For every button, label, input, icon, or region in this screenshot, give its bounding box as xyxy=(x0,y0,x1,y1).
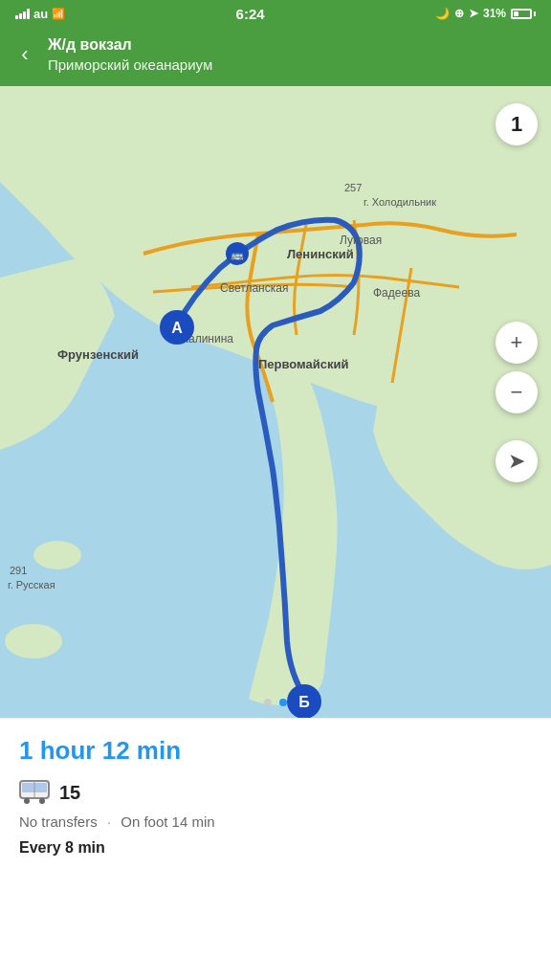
signal-icon xyxy=(15,8,30,19)
map-view[interactable]: 257 г. Холодильник Ленинский Луговая Све… xyxy=(0,86,551,718)
svg-text:257: 257 xyxy=(344,182,362,193)
svg-text:Б: Б xyxy=(298,694,310,710)
status-bar: au 📶 6:24 🌙 ⊕ ➤ 31% xyxy=(0,0,551,27)
at-icon: ⊕ xyxy=(454,7,464,20)
svg-text:Луговая: Луговая xyxy=(340,234,382,247)
battery-indicator xyxy=(511,9,536,19)
route-to-label: Приморский океанариум xyxy=(48,56,212,75)
bus-icon xyxy=(19,779,50,806)
svg-text:Первомайский: Первомайский xyxy=(258,357,349,371)
location-icon: ➤ xyxy=(469,7,478,20)
moon-icon: 🌙 xyxy=(435,7,450,20)
map-controls: + − ➤ xyxy=(496,322,538,482)
svg-text:Светланская: Светланская xyxy=(220,281,288,295)
zoom-out-button[interactable]: − xyxy=(496,371,538,413)
walk-time-label: On foot 14 min xyxy=(121,813,214,830)
status-left: au 📶 xyxy=(15,7,65,21)
route-number: 15 xyxy=(59,782,80,804)
transfers-label: No transfers xyxy=(19,813,98,830)
status-right: 🌙 ⊕ ➤ 31% xyxy=(435,7,536,20)
svg-text:г. Русская: г. Русская xyxy=(8,579,55,590)
svg-text:Ленинский: Ленинский xyxy=(287,247,354,261)
svg-text:г. Холодильник: г. Холодильник xyxy=(364,196,436,208)
svg-point-23 xyxy=(39,798,45,804)
route-details: No transfers · On foot 14 min xyxy=(19,813,532,830)
route-info-row: 15 xyxy=(19,779,532,806)
battery-percent: 31% xyxy=(483,7,506,20)
svg-point-1 xyxy=(33,541,81,569)
minus-icon: − xyxy=(511,380,523,405)
compass-button[interactable]: ➤ xyxy=(496,440,538,482)
page-dot-1[interactable] xyxy=(264,699,272,706)
zoom-in-button[interactable]: + xyxy=(496,322,538,364)
svg-text:А: А xyxy=(171,320,183,336)
page-dot-2[interactable] xyxy=(279,699,287,706)
svg-point-2 xyxy=(5,624,62,658)
wifi-icon: 📶 xyxy=(52,8,65,20)
carrier-label: au xyxy=(33,7,48,21)
route-badge: 1 xyxy=(496,103,538,145)
svg-text:🚌: 🚌 xyxy=(231,248,244,261)
plus-icon: + xyxy=(511,330,523,355)
svg-text:291: 291 xyxy=(10,565,27,576)
route-from-label: Ж/д вокзал xyxy=(48,35,212,56)
header: ‹ Ж/д вокзал Приморский океанариум xyxy=(0,27,551,86)
bottom-panel: 1 hour 12 min 15 No transfers · On foot … xyxy=(0,718,551,876)
map-svg: 257 г. Холодильник Ленинский Луговая Све… xyxy=(0,86,551,718)
compass-icon: ➤ xyxy=(508,449,525,474)
header-titles: Ж/д вокзал Приморский океанариум xyxy=(48,35,212,74)
svg-point-22 xyxy=(24,798,30,804)
page-dots xyxy=(264,699,287,706)
svg-text:Фадеева: Фадеева xyxy=(373,286,420,300)
back-arrow-icon: ‹ xyxy=(21,44,28,65)
frequency-label: Every 8 min xyxy=(19,839,532,857)
status-time: 6:24 xyxy=(236,6,265,22)
svg-text:Фрунзенский: Фрунзенский xyxy=(57,347,139,362)
travel-time: 1 hour 12 min xyxy=(19,736,532,766)
back-button[interactable]: ‹ xyxy=(10,39,40,70)
